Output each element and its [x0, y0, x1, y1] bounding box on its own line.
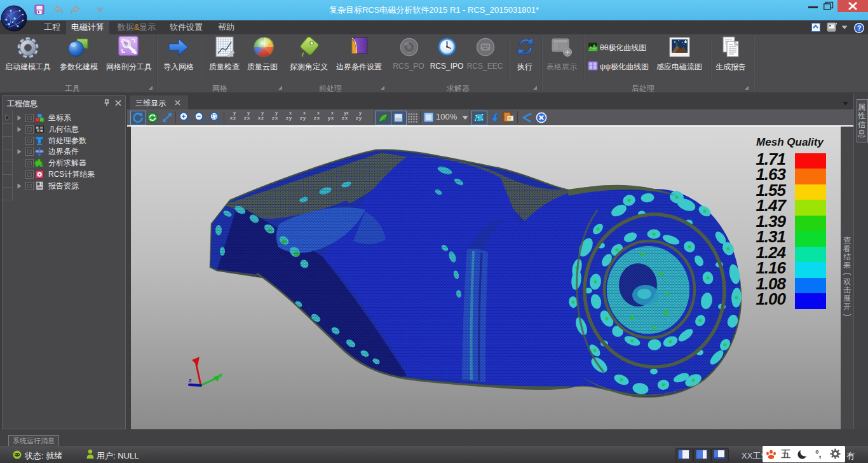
svg-text:y: y — [219, 371, 222, 378]
svg-text:x: x — [194, 357, 197, 364]
svg-text:?: ? — [857, 24, 862, 32]
svg-text:z: z — [189, 377, 192, 384]
